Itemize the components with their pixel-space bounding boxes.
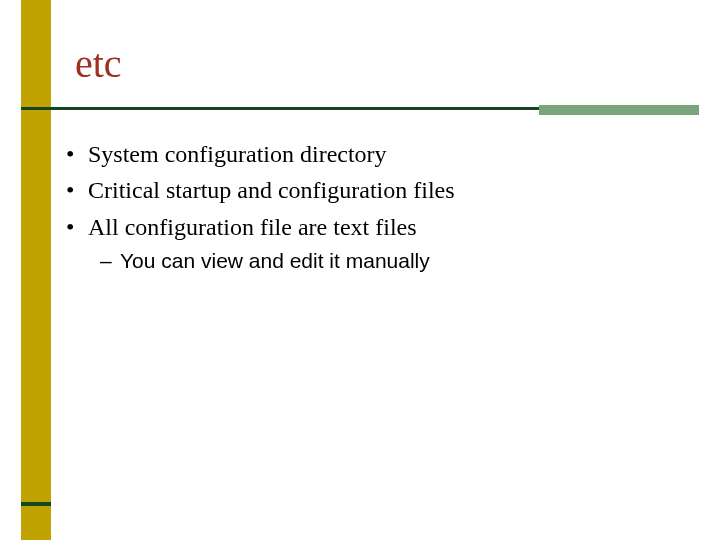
slide: etc System configuration directory Criti… <box>0 0 720 540</box>
content-area: System configuration directory Critical … <box>72 138 672 280</box>
bullet-item: System configuration directory <box>72 138 672 170</box>
bullet-text: Critical startup and configuration files <box>88 177 455 203</box>
footer-tick <box>21 502 51 506</box>
side-accent-bar <box>21 0 51 540</box>
slide-title: etc <box>75 40 122 87</box>
sub-bullet-list: You can view and edit it manually <box>100 247 672 275</box>
sub-bullet-item: You can view and edit it manually <box>100 247 672 275</box>
bullet-text: System configuration directory <box>88 141 387 167</box>
bullet-text: All configuration file are text files <box>88 214 417 240</box>
bullet-item: Critical startup and configuration files <box>72 174 672 206</box>
bullet-item: All configuration file are text files Yo… <box>72 211 672 276</box>
title-rule-accent <box>539 105 699 115</box>
title-rule <box>21 107 699 110</box>
bullet-list: System configuration directory Critical … <box>72 138 672 276</box>
sub-bullet-text: You can view and edit it manually <box>120 249 430 272</box>
